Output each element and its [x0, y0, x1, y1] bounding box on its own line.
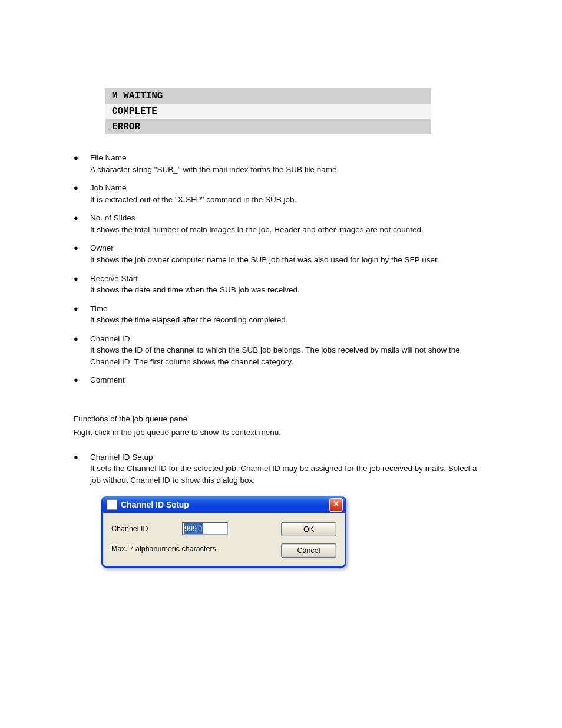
channel-id-hint: Max. 7 alphanumeric characters.	[111, 543, 275, 554]
close-icon[interactable]: ✕	[329, 498, 343, 512]
item-body: ​	[90, 386, 480, 398]
status-row-complete: COMPLETE	[105, 104, 431, 119]
dialog-body: Channel ID 999-1 Max. 7 alphanumeric cha…	[103, 513, 345, 566]
cancel-button[interactable]: Cancel	[281, 543, 336, 558]
status-label: COMPLETE	[105, 104, 194, 119]
list-item-receivestart: Receive Start It shows the date and time…	[74, 273, 480, 296]
item-body: A character string "SUB_" with the mail …	[90, 164, 480, 176]
item-head: Channel ID Setup	[90, 452, 480, 463]
list-item-channelid: Channel ID It shows the ID of the channe…	[74, 333, 480, 368]
list-item-comment: Comment ​	[74, 374, 480, 397]
list-item-slides: No. of Slides It shows the total number …	[74, 212, 480, 235]
section-body: Right-click in the job queue pane to sho…	[74, 427, 480, 439]
status-desc	[194, 88, 431, 104]
item-body: It shows the time elapsed after the reco…	[90, 314, 480, 326]
list-item-owner: Owner It shows the job owner computer na…	[74, 242, 480, 265]
status-table: M WAITING COMPLETE ERROR	[105, 88, 431, 134]
item-head: Channel ID	[90, 333, 480, 345]
item-head: Owner	[90, 242, 480, 254]
item-body: It shows the ID of the channel to which …	[90, 344, 480, 367]
app-icon	[107, 499, 117, 510]
item-head: Comment	[90, 374, 480, 386]
item-head: No. of Slides	[90, 212, 480, 224]
item-body: It sets the Channel ID for the selected …	[90, 463, 480, 486]
status-row-mwaiting: M WAITING	[105, 88, 431, 104]
ok-button[interactable]: OK	[281, 522, 336, 536]
status-row-error: ERROR	[105, 119, 431, 134]
item-head: Receive Start	[90, 273, 480, 285]
list-item-jobname: Job Name It is extracted out of the "X-S…	[74, 182, 480, 205]
item-head: File Name	[90, 152, 480, 164]
dialog-titlebar: Channel ID Setup ✕	[103, 496, 345, 513]
item-head: Job Name	[90, 182, 480, 194]
list-item-filename: File Name A character string "SUB_" with…	[74, 152, 480, 175]
function-items-list: Channel ID Setup It sets the Channel ID …	[74, 452, 480, 486]
item-body: It shows the total number of main images…	[90, 224, 480, 236]
dialog-title: Channel ID Setup	[121, 499, 329, 510]
channel-id-setup-dialog: Channel ID Setup ✕ Channel ID 999-1 Max.…	[101, 496, 346, 568]
item-head: Time	[90, 303, 480, 315]
list-item-chid-setup: Channel ID Setup It sets the Channel ID …	[74, 452, 480, 486]
channel-id-value: 999-1	[184, 523, 203, 534]
status-label: ERROR	[105, 119, 194, 134]
field-definitions-list: File Name A character string "SUB_" with…	[74, 152, 480, 398]
status-desc	[194, 119, 431, 134]
item-body: It shows the date and time when the SUB …	[90, 284, 480, 296]
status-desc	[194, 104, 431, 119]
channel-id-label: Channel ID	[111, 523, 164, 534]
section-functions: Functions of the job queue pane Right-cl…	[74, 413, 480, 439]
list-item-time: Time It shows the time elapsed after the…	[74, 303, 480, 326]
item-body: It is extracted out of the "X-SFP" comma…	[90, 194, 480, 206]
item-body: It shows the job owner computer name in …	[90, 254, 480, 266]
status-label: M WAITING	[105, 88, 194, 104]
section-head: Functions of the job queue pane	[74, 413, 480, 425]
channel-id-input[interactable]: 999-1	[182, 522, 228, 535]
